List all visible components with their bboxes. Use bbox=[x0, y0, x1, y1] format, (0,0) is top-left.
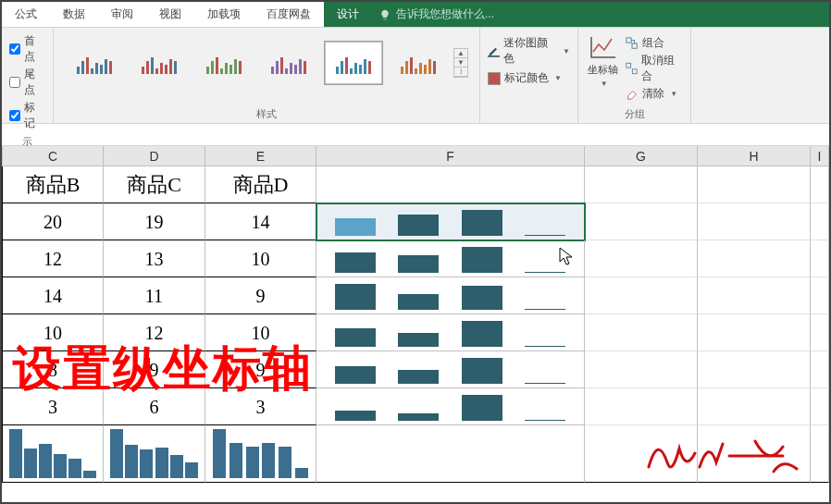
check-last-point[interactable]: 尾点 bbox=[9, 67, 45, 98]
cell[interactable] bbox=[811, 425, 829, 483]
cell[interactable] bbox=[698, 277, 811, 314]
sparkline-column bbox=[324, 355, 577, 384]
cell[interactable] bbox=[811, 314, 829, 351]
gallery-up-icon[interactable]: ▲ bbox=[454, 49, 467, 58]
ungroup-button[interactable]: 取消组合 bbox=[626, 53, 683, 84]
cell-sparkline[interactable] bbox=[316, 277, 585, 314]
col-header-d[interactable]: D bbox=[104, 146, 205, 166]
cell[interactable]: 20 bbox=[2, 203, 104, 240]
cell[interactable] bbox=[811, 277, 829, 314]
cell[interactable]: 8 bbox=[2, 351, 104, 388]
tab-baidu[interactable]: 百度网盘 bbox=[254, 2, 324, 27]
col-header-e[interactable]: E bbox=[205, 146, 316, 166]
cell[interactable] bbox=[698, 314, 811, 351]
cell[interactable]: 12 bbox=[104, 314, 205, 351]
check-markers[interactable]: 标记 bbox=[9, 100, 45, 131]
cell[interactable]: 商品B bbox=[2, 166, 104, 203]
tab-review[interactable]: 审阅 bbox=[98, 2, 146, 27]
cell[interactable] bbox=[585, 351, 698, 388]
group-button[interactable]: 组合 bbox=[626, 35, 683, 51]
cell[interactable]: 商品C bbox=[104, 166, 205, 203]
cell[interactable]: 9 bbox=[104, 351, 205, 388]
cell[interactable] bbox=[811, 240, 829, 277]
cell-sparkline[interactable] bbox=[316, 240, 585, 277]
cell[interactable]: 10 bbox=[205, 240, 316, 277]
cell[interactable] bbox=[698, 351, 811, 388]
svg-rect-4 bbox=[633, 69, 638, 74]
cell[interactable]: 3 bbox=[2, 388, 104, 425]
clear-button[interactable]: 清除 ▼ bbox=[626, 86, 683, 102]
cell[interactable]: 10 bbox=[205, 314, 316, 351]
cell[interactable]: 13 bbox=[104, 240, 205, 277]
tell-me-search[interactable]: 告诉我您想做什么... bbox=[372, 2, 829, 27]
cell[interactable] bbox=[698, 388, 811, 425]
svg-rect-1 bbox=[626, 37, 631, 42]
cell[interactable]: 14 bbox=[2, 277, 104, 314]
gallery-down-icon[interactable]: ▼ bbox=[454, 58, 467, 68]
marker-color-button[interactable]: 标记颜色 ▼ bbox=[488, 70, 570, 86]
checkbox-first[interactable] bbox=[9, 43, 20, 55]
cell[interactable] bbox=[698, 166, 811, 203]
cell[interactable]: 12 bbox=[2, 240, 104, 277]
tab-view[interactable]: 视图 bbox=[146, 2, 194, 27]
cell[interactable] bbox=[316, 166, 585, 203]
clear-label: 清除 bbox=[642, 86, 664, 102]
cell-sparkline[interactable] bbox=[316, 314, 585, 351]
cell[interactable] bbox=[811, 388, 829, 425]
style-thumb-2[interactable] bbox=[130, 41, 189, 85]
group-group: 坐标轴 ▼ 组合 取消组合 清除 ▼ 分组 bbox=[578, 28, 691, 123]
cell-mini-sparkline[interactable] bbox=[104, 425, 205, 483]
cell[interactable]: 6 bbox=[104, 388, 205, 425]
sparkline-color-label: 迷你图颜色 bbox=[503, 35, 557, 67]
cell[interactable] bbox=[316, 425, 585, 483]
style-thumb-6[interactable] bbox=[389, 41, 448, 85]
cell[interactable]: 9 bbox=[205, 351, 316, 388]
cell-sparkline[interactable] bbox=[316, 351, 585, 388]
label-last: 尾点 bbox=[24, 67, 45, 98]
checkbox-markers[interactable] bbox=[9, 110, 20, 121]
cell-mini-sparkline[interactable] bbox=[2, 425, 104, 483]
cell[interactable] bbox=[698, 203, 811, 240]
tab-design[interactable]: 设计 bbox=[324, 2, 372, 27]
check-first-point[interactable]: 首点 bbox=[9, 33, 45, 65]
style-thumb-1[interactable] bbox=[65, 41, 124, 85]
axis-icon bbox=[589, 35, 617, 61]
col-header-h[interactable]: H bbox=[698, 146, 811, 166]
cell[interactable] bbox=[585, 240, 698, 277]
gallery-more-icon[interactable]: ⁞ bbox=[454, 68, 467, 77]
col-header-f[interactable]: F bbox=[316, 146, 585, 166]
cell[interactable]: 商品D bbox=[205, 166, 316, 203]
cell[interactable] bbox=[585, 388, 698, 425]
cell[interactable]: 9 bbox=[205, 277, 316, 314]
sparkline-column bbox=[324, 318, 577, 347]
style-thumb-5-selected[interactable] bbox=[324, 41, 383, 85]
cell[interactable] bbox=[585, 277, 698, 314]
cell[interactable]: 14 bbox=[205, 203, 316, 240]
cell-sparkline-selected[interactable] bbox=[316, 203, 585, 240]
gallery-scroller[interactable]: ▲ ▼ ⁞ bbox=[453, 48, 468, 78]
checkbox-last[interactable] bbox=[9, 77, 20, 88]
tab-addins[interactable]: 加载项 bbox=[194, 2, 254, 27]
cell[interactable] bbox=[585, 203, 698, 240]
col-header-i[interactable]: I bbox=[811, 146, 829, 166]
cell[interactable]: 10 bbox=[2, 314, 104, 351]
style-thumb-4[interactable] bbox=[259, 41, 318, 85]
cell-mini-sparkline[interactable] bbox=[205, 425, 316, 483]
col-header-g[interactable]: G bbox=[585, 146, 698, 166]
cell[interactable] bbox=[811, 166, 829, 203]
cell[interactable]: 11 bbox=[104, 277, 205, 314]
tab-formulas[interactable]: 公式 bbox=[2, 2, 50, 27]
cell[interactable]: 3 bbox=[205, 388, 316, 425]
tab-data[interactable]: 数据 bbox=[50, 2, 98, 27]
cell[interactable] bbox=[811, 351, 829, 388]
col-header-c[interactable]: C bbox=[2, 146, 104, 166]
cell[interactable] bbox=[811, 203, 829, 240]
cell[interactable] bbox=[585, 166, 698, 203]
axis-button[interactable]: 坐标轴 ▼ bbox=[586, 31, 620, 105]
cell[interactable] bbox=[698, 240, 811, 277]
style-thumb-3[interactable] bbox=[194, 41, 254, 85]
cell-sparkline[interactable] bbox=[316, 388, 585, 425]
cell[interactable]: 19 bbox=[104, 203, 205, 240]
sparkline-color-button[interactable]: 迷你图颜色 ▼ bbox=[488, 35, 570, 67]
cell[interactable] bbox=[585, 314, 698, 351]
